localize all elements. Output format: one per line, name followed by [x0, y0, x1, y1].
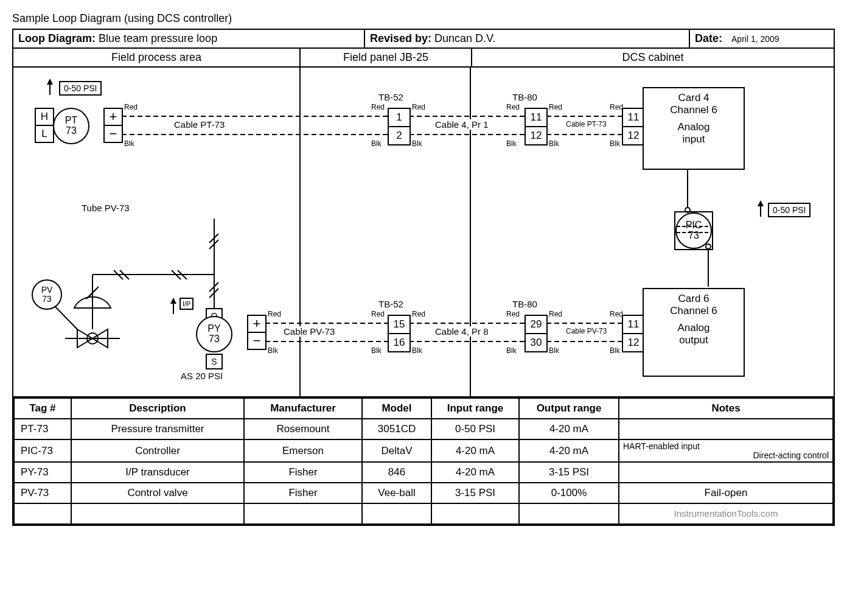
cell: 4-20 mA: [519, 419, 619, 439]
b2: Blk: [412, 139, 422, 148]
tb80-label-2: TB-80: [512, 299, 537, 309]
b1: Blk: [371, 139, 382, 148]
col-0: Tag #: [14, 398, 71, 419]
table-row: PT-73Pressure transmitterRosemount3051CD…: [14, 419, 833, 439]
lb2: Blk: [412, 346, 422, 355]
lr5: Red: [610, 310, 623, 318]
card6-box: Card 6Channel 6 Analogoutput: [643, 288, 745, 377]
cell: 4-20 mA: [519, 439, 619, 462]
col-3: Model: [362, 398, 431, 419]
cable-pv73-b: Cable PV-73: [564, 327, 608, 335]
section-panel: Field panel JB-25: [301, 49, 472, 66]
cell: Fisher: [244, 462, 362, 483]
cell: 846: [362, 462, 431, 483]
card4-box: Card 4Channel 6 Analoginput: [643, 87, 745, 170]
cell: Control valve: [71, 483, 244, 503]
lr1: Red: [371, 310, 385, 318]
loop-title-cell: Loop Diagram: Blue team pressure loop: [13, 30, 365, 47]
pt-minus: −: [103, 125, 123, 143]
cell: Controller: [71, 439, 244, 462]
tube-label: Tube PV-73: [82, 203, 130, 213]
diagram-frame: Loop Diagram: Blue team pressure loop Re…: [12, 29, 835, 526]
tb80-29: 29: [525, 315, 548, 334]
cell: Rosemount: [244, 419, 362, 439]
card6-t12: 12: [622, 333, 645, 352]
r2: Red: [412, 103, 425, 111]
r5: Red: [610, 103, 623, 111]
title-row: Loop Diagram: Blue team pressure loop Re…: [13, 30, 834, 49]
as-label: AS 20 PSI: [181, 371, 223, 381]
b3: Blk: [506, 139, 517, 148]
col-1: Description: [71, 398, 244, 419]
pt-blk-lbl: Blk: [124, 139, 134, 148]
py-bubble: PY73: [196, 316, 232, 352]
cell: 3051CD: [362, 419, 431, 439]
pyb: Blk: [268, 346, 278, 355]
cell: [519, 503, 619, 524]
tb80-label-1: TB-80: [512, 92, 537, 102]
svg-marker-30: [47, 79, 53, 85]
page-title: Sample Loop Diagram (using DCS controlle…: [12, 12, 835, 25]
section-row: Field process area Field panel JB-25 DCS…: [13, 49, 834, 68]
pic-range-box: 0-50 PSI: [768, 203, 810, 217]
lr2: Red: [412, 310, 425, 318]
card4-t12: 12: [622, 126, 645, 145]
cell: PIC-73: [14, 439, 71, 462]
py-plus: +: [247, 315, 267, 333]
cell: [71, 503, 244, 524]
table-row: PV-73Control valveFisherVee-ball3-15 PSI…: [14, 483, 833, 503]
section-dcs: DCS cabinet: [472, 49, 834, 66]
cell: 3-15 PSI: [431, 483, 519, 503]
lb4: Blk: [549, 346, 559, 355]
py-minus: −: [247, 332, 267, 350]
py-s: S: [206, 354, 223, 369]
pv-bubble: PV73: [32, 279, 62, 310]
cell: 0-100%: [519, 483, 619, 503]
card6-t11: 11: [622, 315, 645, 334]
col-4: Input range: [431, 398, 519, 419]
lb5: Blk: [610, 346, 620, 355]
lb3: Blk: [506, 346, 517, 355]
tb52-15: 15: [388, 315, 411, 334]
table-row: PY-73I/P transducerFisher8464-20 mA3-15 …: [14, 462, 833, 483]
cell: PY-73: [14, 462, 71, 483]
r4: Red: [549, 103, 562, 111]
date-cell: Date: April 1, 2009: [690, 30, 834, 47]
pt-plus: +: [103, 108, 123, 126]
col-6: Notes: [619, 398, 833, 419]
cell: I/P transducer: [71, 462, 244, 483]
tb52-1: 1: [388, 108, 411, 127]
h-port: H: [35, 108, 54, 126]
pt-range-box: 0-50 PSI: [59, 81, 102, 96]
svg-marker-32: [170, 298, 176, 304]
tb52-2: 2: [388, 126, 411, 145]
b4: Blk: [549, 139, 559, 148]
cell: 4-20 mA: [431, 439, 519, 462]
cell: 4-20 mA: [431, 462, 519, 483]
cell: [431, 503, 519, 524]
tb52-label-2: TB-52: [378, 299, 403, 309]
lr3: Red: [506, 310, 520, 318]
tb80-30: 30: [525, 333, 548, 352]
table-header-row: Tag #DescriptionManufacturerModelInput r…: [14, 398, 833, 419]
cell: [362, 503, 431, 524]
cell: Pressure transmitter: [71, 419, 244, 439]
cell: 3-15 PSI: [519, 462, 619, 483]
table-row: InstrumentationTools.com: [14, 503, 833, 524]
pic-bubble: PIC 73: [675, 212, 712, 249]
tb80-12: 12: [525, 126, 548, 145]
cell: [244, 503, 362, 524]
lr4: Red: [549, 310, 562, 318]
b5: Blk: [610, 139, 620, 148]
l-port: L: [35, 125, 54, 143]
lb1: Blk: [371, 346, 382, 355]
cell: Vee-ball: [362, 483, 431, 503]
table-row: PIC-73ControllerEmersonDeltaV4-20 mA4-20…: [14, 439, 833, 462]
tb52-16: 16: [388, 333, 411, 352]
card4-t11: 11: [622, 108, 645, 127]
cell: [619, 419, 833, 439]
tb52-label-1: TB-52: [378, 92, 403, 102]
section-field: Field process area: [13, 49, 301, 66]
cell: InstrumentationTools.com: [619, 503, 833, 524]
cable4-pr1: Cable 4, Pr 1: [433, 119, 490, 130]
